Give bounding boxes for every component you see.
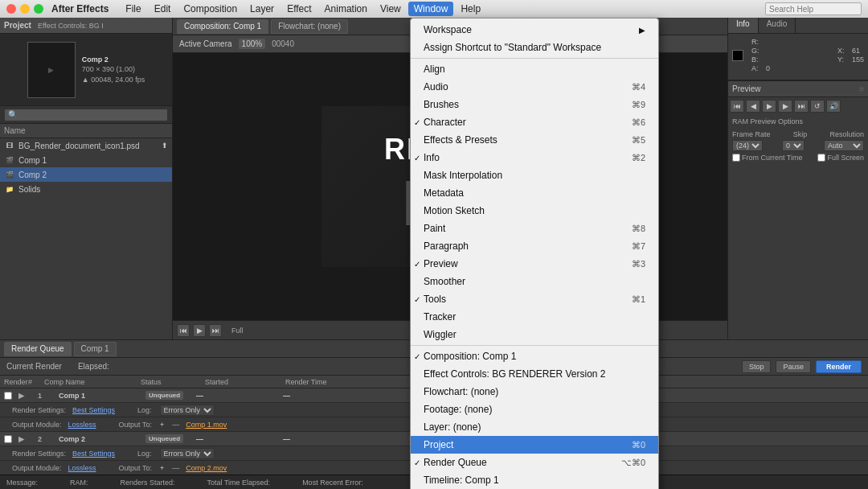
render-settings-link-2[interactable]: Best Settings (72, 450, 115, 458)
project-item-solids[interactable]: 📁 Solids (0, 182, 172, 196)
output-to-link-2[interactable]: Comp 2.mov (186, 464, 227, 472)
preview-options-btn[interactable]: ≡ (859, 84, 864, 93)
color-swatch (732, 50, 743, 61)
expand-icon-2[interactable]: ▶ (18, 435, 31, 443)
audio-tab[interactable]: Audio (759, 18, 796, 33)
stop-button[interactable]: Stop (742, 360, 772, 373)
menu-view[interactable]: View (375, 2, 407, 16)
render-settings-link-1[interactable]: Best Settings (72, 406, 115, 414)
render-queue-tab[interactable]: Render Queue (4, 342, 72, 356)
full-screen-checkbox[interactable] (817, 154, 825, 162)
skip-select[interactable]: 0 (782, 140, 805, 151)
started-2: — (196, 435, 276, 443)
close-button[interactable] (6, 4, 16, 14)
dd-flowchart[interactable]: Flowchart: (none) (411, 383, 658, 401)
dd-paint[interactable]: Paint ⌘8 (411, 220, 658, 237)
maximize-button[interactable] (34, 4, 43, 14)
zoom-control[interactable]: 100% (239, 39, 266, 49)
dd-paragraph[interactable]: Paragraph ⌘7 (411, 237, 658, 255)
dd-effect-controls[interactable]: Effect Controls: BG RENDERER Version 2 (411, 365, 658, 383)
dd-mask-interpolation[interactable]: Mask Interpolation (411, 166, 658, 184)
dd-info[interactable]: ✓ Info ⌘2 (411, 149, 658, 166)
dd-render-queue[interactable]: ✓ Render Queue ⌥⌘0 (411, 454, 658, 471)
output-to-label-1: Output To: (119, 421, 152, 429)
left-panel: Project Effect Controls: BG I ▶ Comp 2 7… (0, 18, 173, 339)
menu-layer[interactable]: Layer (244, 2, 280, 16)
log-select-1[interactable]: Errors Only (160, 405, 215, 416)
dd-composition-comp1[interactable]: ✓ Composition: Comp 1 (411, 347, 658, 365)
loop-btn[interactable]: ↺ (810, 100, 825, 113)
expand-icon-1[interactable]: ▶ (18, 392, 31, 400)
render-checkbox-2[interactable] (4, 435, 12, 443)
dd-workspace[interactable]: Workspace ▶ (411, 21, 658, 39)
render-button[interactable]: Render (816, 360, 862, 373)
resolution-select[interactable]: Auto (824, 140, 864, 151)
dd-wiggler[interactable]: Wiggler (411, 326, 658, 343)
output-to-link-1[interactable]: Comp 1.mov (186, 421, 227, 429)
dd-project[interactable]: Project ⌘0 (411, 436, 658, 454)
dd-metadata[interactable]: Metadata (411, 184, 658, 202)
dd-effects-presets[interactable]: Effects & Presets ⌘5 (411, 131, 658, 149)
from-current-label[interactable]: From Current Time (732, 154, 803, 162)
audio-btn[interactable]: 🔊 (826, 100, 841, 113)
to-end-btn[interactable]: ⏭ (794, 100, 809, 113)
comp-tab-flowchart[interactable]: Flowchart: (none) (271, 19, 348, 34)
menu-window[interactable]: Window (408, 2, 454, 16)
full-screen-label[interactable]: Full Screen (817, 154, 864, 162)
dd-audio[interactable]: Audio ⌘4 (411, 78, 658, 96)
preview-checkmark: ✓ (414, 260, 420, 269)
project-item-comp1[interactable]: 🎬 Comp 1 (0, 153, 172, 167)
play-preview-btn[interactable]: ▶ (762, 100, 776, 113)
search-help-input[interactable] (765, 2, 862, 15)
output-module-link-2[interactable]: Lossless (68, 464, 96, 472)
info-tab[interactable]: Info (728, 18, 759, 33)
dd-brushes[interactable]: Brushes ⌘9 (411, 96, 658, 113)
active-camera-label: Active Camera (179, 39, 232, 48)
menu-edit[interactable]: Edit (149, 2, 177, 16)
step-back-btn[interactable]: ◀ (746, 100, 760, 113)
frame-rate-select[interactable]: (24) (732, 140, 763, 151)
menu-animation[interactable]: Animation (319, 2, 373, 16)
output-module-label-2: Output Module: (12, 464, 62, 472)
from-current-checkbox[interactable] (732, 154, 740, 162)
render-checkbox-1[interactable] (4, 392, 12, 400)
window-menu-dropdown[interactable]: Workspace ▶ Assign Shortcut to "Standard… (410, 18, 659, 489)
dd-tracker[interactable]: Tracker (411, 308, 658, 326)
menu-help[interactable]: Help (455, 2, 486, 16)
comp1-tab[interactable]: Comp 1 (74, 342, 117, 356)
minimize-button[interactable] (20, 4, 30, 14)
dd-footage[interactable]: Footage: (none) (411, 401, 658, 418)
pause-button[interactable]: Pause (776, 360, 811, 373)
comp-tab-comp1[interactable]: Composition: Comp 1 (177, 19, 268, 34)
output-module-link-1[interactable]: Lossless (68, 421, 96, 429)
menu-composition[interactable]: Composition (178, 2, 243, 16)
dd-motion-sketch[interactable]: Motion Sketch (411, 202, 658, 220)
dd-character[interactable]: ✓ Character ⌘6 (411, 113, 658, 131)
play-btn[interactable]: ▶ (193, 324, 206, 337)
log-select-2[interactable]: Errors Only (160, 448, 215, 459)
dd-wiggler-label: Wiggler (424, 329, 457, 340)
dd-align[interactable]: Align (411, 60, 658, 78)
output-module-plus-2[interactable]: + (160, 464, 164, 472)
project-search-input[interactable] (4, 109, 168, 121)
dd-smoother[interactable]: Smoother (411, 273, 658, 290)
dd-preview[interactable]: ✓ Preview ⌘3 (411, 255, 658, 273)
menu-effect[interactable]: Effect (281, 2, 317, 16)
search-bar (0, 106, 172, 124)
dd-layer[interactable]: Layer: (none) (411, 418, 658, 436)
next-frame-btn[interactable]: ⏭ (209, 324, 222, 337)
output-module-plus-1[interactable]: + (160, 421, 164, 429)
prev-frame-btn[interactable]: ⏮ (177, 324, 190, 337)
step-fwd-btn[interactable]: ▶ (778, 100, 792, 113)
item-label: BG_Render_document_icon1.psd (18, 142, 140, 150)
dd-assign-shortcut[interactable]: Assign Shortcut to "Standard" Workspace (411, 39, 658, 56)
dd-render-queue-shortcut: ⌥⌘0 (621, 458, 645, 468)
dd-tools[interactable]: ✓ Tools ⌘1 (411, 290, 658, 308)
skip-label: Skip (793, 130, 808, 138)
menu-file[interactable]: File (120, 2, 146, 16)
to-start-btn[interactable]: ⏮ (730, 100, 744, 113)
project-item-psd[interactable]: 🎞 BG_Render_document_icon1.psd ⬆ (0, 138, 172, 153)
dd-timeline[interactable]: Timeline: Comp 1 (411, 471, 658, 489)
comp-duration: ▲ 00048, 24.00 fps (82, 75, 145, 85)
project-item-comp2[interactable]: 🎬 Comp 2 (0, 167, 172, 182)
